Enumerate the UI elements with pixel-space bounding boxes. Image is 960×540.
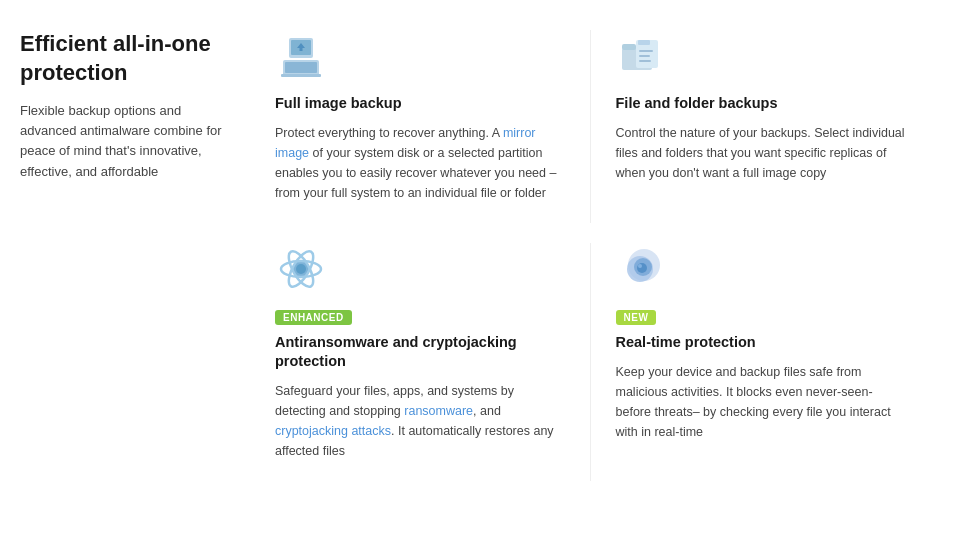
svg-rect-11	[639, 55, 650, 57]
main-description: Flexible backup options and advanced ant…	[20, 101, 230, 182]
svg-rect-2	[281, 74, 321, 77]
cryptojacking-link[interactable]: cryptojacking attacks	[275, 424, 391, 438]
top-features-row: Full image backup Protect everything to …	[250, 30, 930, 223]
svg-rect-12	[639, 60, 651, 62]
svg-rect-10	[639, 50, 653, 52]
feature-realtime: NEW Real-time protection Keep your devic…	[591, 243, 931, 481]
main-title: Efficient all-in-one protection	[20, 30, 230, 87]
feature-antiransomware: ENHANCED Antiransomware and cryptojackin…	[250, 243, 590, 481]
full-backup-title: Full image backup	[275, 94, 565, 113]
ransomware-link[interactable]: ransomware	[404, 404, 473, 418]
file-folder-desc: Control the nature of your backups. Sele…	[616, 123, 906, 183]
antiransomware-title: Antiransomware and cryptojacking protect…	[275, 333, 565, 371]
realtime-desc: Keep your device and backup files safe f…	[616, 362, 906, 442]
svg-point-22	[638, 264, 642, 268]
full-backup-desc: Protect everything to recover anything. …	[275, 123, 565, 203]
right-content: Full image backup Protect everything to …	[250, 30, 930, 501]
svg-point-21	[637, 263, 647, 273]
file-folder-icon	[616, 30, 668, 82]
left-panel: Efficient all-in-one protection Flexible…	[20, 30, 250, 501]
antiransomware-desc: Safeguard your files, apps, and systems …	[275, 381, 565, 461]
full-backup-icon	[275, 30, 327, 82]
new-badge: NEW	[616, 310, 657, 325]
svg-point-17	[296, 264, 306, 274]
enhanced-badge: ENHANCED	[275, 310, 352, 325]
file-folder-title: File and folder backups	[616, 94, 906, 113]
main-container: Efficient all-in-one protection Flexible…	[20, 30, 930, 501]
realtime-title: Real-time protection	[616, 333, 906, 352]
mirror-image-link[interactable]: mirror image	[275, 126, 536, 160]
antiransomware-icon	[275, 243, 327, 295]
bottom-features-row: ENHANCED Antiransomware and cryptojackin…	[250, 243, 930, 481]
feature-full-image-backup: Full image backup Protect everything to …	[250, 30, 590, 223]
svg-rect-1	[285, 62, 317, 73]
svg-rect-7	[622, 44, 636, 50]
svg-rect-9	[638, 40, 650, 45]
feature-file-folder: File and folder backups Control the natu…	[591, 30, 931, 223]
realtime-icon	[616, 243, 668, 295]
